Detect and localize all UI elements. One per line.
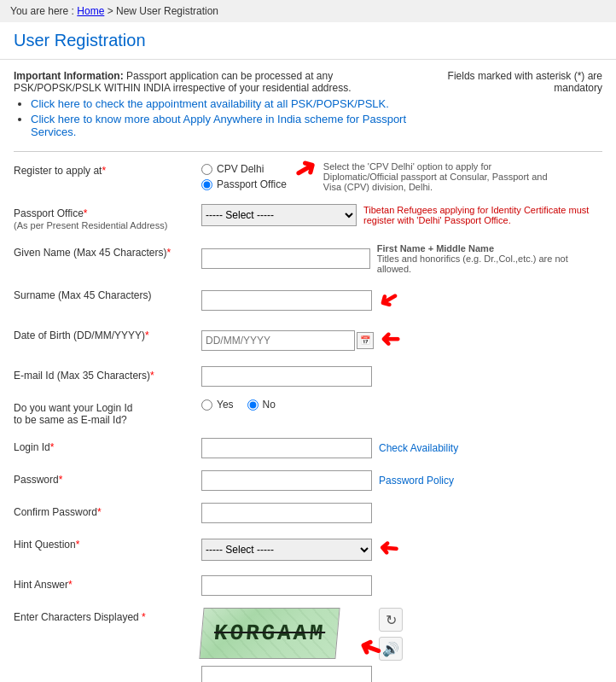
captcha-text: KORGAAM bbox=[213, 621, 327, 646]
hint-question-select[interactable]: ----- Select ----- bbox=[201, 539, 372, 561]
hint-answer-row: Hint Answer* bbox=[14, 573, 602, 598]
check-availability-link[interactable]: Check Availability bbox=[379, 442, 458, 454]
surname-label: Surname (Max 45 Characters) bbox=[14, 286, 201, 301]
login-same-row: Do you want your Login Id to be same as … bbox=[14, 396, 602, 428]
captcha-controls: KORGAAM ↻ 🔊 ➜ bbox=[201, 608, 602, 682]
email-row: E-mail Id (Max 35 Characters)* bbox=[14, 364, 602, 389]
email-controls bbox=[201, 366, 602, 387]
breadcrumb-separator: > bbox=[108, 5, 116, 17]
dob-input[interactable] bbox=[201, 330, 355, 351]
captcha-refresh-icon[interactable]: ↻ bbox=[379, 608, 403, 632]
info-links: Click here to check the appointment avai… bbox=[14, 97, 415, 138]
passport-office-helper: Tibetan Refugees applying for Identity C… bbox=[363, 205, 602, 225]
login-id-input[interactable] bbox=[201, 438, 372, 458]
radio-no-input[interactable] bbox=[247, 399, 259, 411]
given-name-controls: First Name + Middle Name Titles and hono… bbox=[201, 243, 602, 274]
given-name-row: Given Name (Max 45 Characters)* First Na… bbox=[14, 241, 602, 277]
email-label: E-mail Id (Max 35 Characters)* bbox=[14, 366, 201, 382]
radio-yes[interactable]: Yes bbox=[201, 399, 234, 411]
hint-answer-input[interactable] bbox=[201, 575, 372, 596]
register-at-row: Register to apply at* CPV Delhi Passport… bbox=[14, 159, 602, 195]
arrow-register: ➜ bbox=[287, 149, 323, 189]
login-id-label: Login Id* bbox=[14, 438, 201, 453]
info-box: Important Information: Passport applicat… bbox=[14, 70, 602, 141]
page-title: User Registration bbox=[14, 31, 602, 50]
passport-office-controls: ----- Select ----- Tibetan Refugees appl… bbox=[201, 204, 602, 226]
date-input-wrap: 📅 bbox=[201, 330, 374, 351]
arrow-surname: ➜ bbox=[373, 283, 404, 317]
register-at-controls: CPV Delhi Passport Office ➜ Select the '… bbox=[201, 161, 602, 192]
passport-office-select[interactable]: ----- Select ----- bbox=[201, 204, 357, 226]
breadcrumb-current: New User Registration bbox=[116, 5, 218, 17]
radio-cpv-input[interactable] bbox=[201, 164, 212, 175]
passport-office-sublabel: (As per Present Residential Address) bbox=[14, 220, 167, 230]
captcha-input[interactable] bbox=[201, 666, 372, 682]
register-at-helper: Select the 'CPV Delhi' option to apply f… bbox=[323, 161, 562, 192]
main-content: Important Information: Passport applicat… bbox=[0, 60, 616, 682]
breadcrumb: You are here : Home > New User Registrat… bbox=[0, 0, 616, 22]
mandatory-note: Fields marked with asterisk (*) are mand… bbox=[448, 70, 602, 94]
info-right: Fields marked with asterisk (*) are mand… bbox=[415, 70, 602, 141]
confirm-password-controls bbox=[201, 503, 602, 523]
dob-row: Date of Birth (DD/MM/YYYY)* 📅 ➜ bbox=[14, 324, 602, 357]
captcha-icons: ↻ 🔊 bbox=[379, 608, 403, 661]
confirm-password-row: Confirm Password* bbox=[14, 500, 602, 526]
dob-controls: 📅 ➜ bbox=[201, 326, 602, 354]
arrow-hint: ➜ bbox=[378, 534, 400, 564]
radio-passport[interactable]: Passport Office bbox=[201, 178, 287, 190]
login-id-controls: Check Availability bbox=[201, 438, 602, 458]
important-label: Important Information: bbox=[14, 70, 124, 82]
hint-question-controls: ----- Select ----- ➜ bbox=[201, 535, 602, 563]
login-id-row: Login Id* Check Availability bbox=[14, 435, 602, 461]
radio-cpv-label: CPV Delhi bbox=[217, 163, 264, 175]
given-name-input[interactable] bbox=[201, 248, 370, 269]
given-name-helper: First Name + Middle Name Titles and hono… bbox=[377, 243, 602, 274]
radio-cpv[interactable]: CPV Delhi bbox=[201, 163, 287, 175]
password-row: Password* Password Policy bbox=[14, 468, 602, 493]
registration-form: Register to apply at* CPV Delhi Passport… bbox=[14, 159, 602, 682]
login-same-label: Do you want your Login Id to be same as … bbox=[14, 399, 201, 426]
passport-office-label: Passport Office* (As per Present Residen… bbox=[14, 204, 201, 231]
dob-label: Date of Birth (DD/MM/YYYY)* bbox=[14, 326, 201, 341]
surname-controls: ➜ bbox=[201, 286, 602, 314]
radio-no-label: No bbox=[263, 399, 276, 411]
confirm-password-input[interactable] bbox=[201, 503, 372, 523]
password-controls: Password Policy bbox=[201, 470, 602, 491]
surname-input[interactable] bbox=[201, 290, 372, 311]
info-link1[interactable]: Click here to check the appointment avai… bbox=[31, 97, 389, 110]
radio-yes-label: Yes bbox=[217, 399, 234, 411]
breadcrumb-home[interactable]: Home bbox=[77, 5, 104, 17]
radio-passport-input[interactable] bbox=[201, 179, 212, 190]
info-left: Important Information: Passport applicat… bbox=[14, 70, 415, 141]
confirm-password-label: Confirm Password* bbox=[14, 503, 201, 518]
login-same-radio-group: Yes No bbox=[201, 399, 276, 411]
hint-answer-controls bbox=[201, 575, 602, 596]
password-label: Password* bbox=[14, 470, 201, 486]
breadcrumb-prefix: You are here : bbox=[10, 5, 74, 17]
login-same-controls: Yes No bbox=[201, 399, 602, 411]
captcha-row: Enter Characters Displayed * KORGAAM ↻ 🔊 bbox=[14, 605, 602, 682]
register-at-label: Register to apply at* bbox=[14, 161, 201, 177]
password-policy-link[interactable]: Password Policy bbox=[379, 475, 454, 487]
captcha-image: KORGAAM bbox=[199, 608, 340, 659]
passport-office-row: Passport Office* (As per Present Residen… bbox=[14, 201, 602, 234]
register-at-radio-group: CPV Delhi Passport Office bbox=[201, 163, 287, 190]
radio-no[interactable]: No bbox=[247, 399, 276, 411]
radio-passport-label: Passport Office bbox=[217, 178, 287, 190]
hint-answer-label: Hint Answer* bbox=[14, 575, 201, 591]
info-link2[interactable]: Click here to know more about Apply Anyw… bbox=[31, 113, 406, 138]
captcha-area: KORGAAM ↻ 🔊 ➜ bbox=[201, 608, 410, 682]
arrow-dob: ➜ bbox=[381, 326, 400, 354]
password-input[interactable] bbox=[201, 470, 372, 491]
captcha-label: Enter Characters Displayed * bbox=[14, 608, 201, 623]
captcha-image-wrap: KORGAAM bbox=[201, 608, 372, 682]
hint-question-row: Hint Question* ----- Select ----- ➜ bbox=[14, 533, 602, 566]
surname-row: Surname (Max 45 Characters) ➜ bbox=[14, 283, 602, 317]
page-header: User Registration bbox=[0, 22, 616, 60]
given-name-label: Given Name (Max 45 Characters)* bbox=[14, 243, 201, 259]
calendar-icon[interactable]: 📅 bbox=[357, 332, 374, 349]
hint-question-label: Hint Question* bbox=[14, 535, 201, 551]
radio-yes-input[interactable] bbox=[201, 399, 212, 411]
email-input[interactable] bbox=[201, 366, 372, 387]
